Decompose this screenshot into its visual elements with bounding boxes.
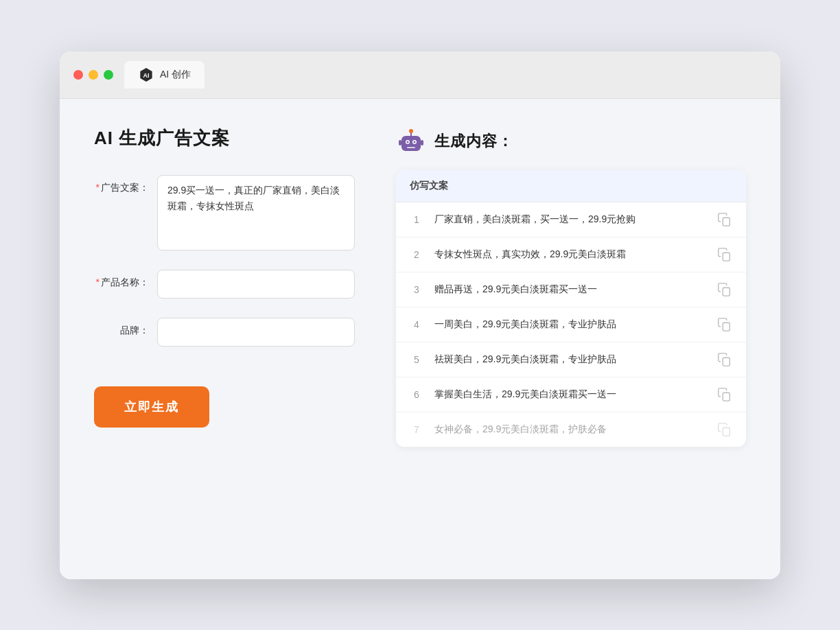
left-panel: AI 生成广告文案 *广告文案： 29.9买一送一，真正的厂家直销，美白淡斑霜，…	[94, 126, 355, 552]
right-panel: 生成内容： 仿写文案 1 厂家直销，美白淡斑霜，买一送一，29.9元抢购 2 专…	[396, 126, 746, 552]
result-row: 1 厂家直销，美白淡斑霜，买一送一，29.9元抢购	[396, 202, 746, 237]
row-number: 7	[410, 424, 423, 435]
main-content: AI 生成广告文案 *广告文案： 29.9买一送一，真正的厂家直销，美白淡斑霜，…	[60, 99, 780, 579]
results-rows: 1 厂家直销，美白淡斑霜，买一送一，29.9元抢购 2 专抹女性斑点，真实功效，…	[396, 202, 746, 447]
row-text: 赠品再送，29.9元美白淡斑霜买一送一	[434, 282, 706, 296]
result-row: 2 专抹女性斑点，真实功效，29.9元美白淡斑霜	[396, 237, 746, 272]
svg-rect-9	[399, 140, 401, 145]
svg-text:AI: AI	[143, 72, 150, 79]
svg-rect-13	[723, 288, 730, 296]
result-row: 5 祛斑美白，29.9元美白淡斑霜，专业护肤品	[396, 342, 746, 377]
results-title: 生成内容：	[434, 131, 513, 152]
result-row: 4 一周美白，29.9元美白淡斑霜，专业护肤品	[396, 307, 746, 342]
svg-point-4	[407, 141, 409, 143]
brand-input[interactable]: 好白	[157, 318, 355, 347]
required-star2: *	[96, 277, 100, 288]
svg-rect-14	[723, 323, 730, 331]
maximize-button[interactable]	[104, 70, 113, 80]
ad-copy-input[interactable]: 29.9买一送一，真正的厂家直销，美白淡斑霜，专抹女性斑点	[157, 175, 355, 250]
product-name-input[interactable]: 美白淡斑霜	[157, 270, 355, 299]
ad-copy-label: *广告文案：	[94, 175, 149, 194]
copy-icon[interactable]	[717, 317, 732, 332]
result-row: 6 掌握美白生活，29.9元美白淡斑霜买一送一	[396, 377, 746, 412]
row-number: 3	[410, 284, 423, 295]
svg-rect-15	[723, 358, 730, 366]
robot-icon	[396, 126, 426, 156]
svg-rect-16	[723, 393, 730, 401]
row-number: 1	[410, 214, 423, 225]
row-text: 厂家直销，美白淡斑霜，买一送一，29.9元抢购	[434, 212, 706, 226]
tab-label: AI 创作	[160, 69, 191, 81]
row-number: 5	[410, 354, 423, 365]
result-row: 7 女神必备，29.9元美白淡斑霜，护肤必备	[396, 412, 746, 447]
browser-window: AI AI 创作 AI 生成广告文案 *广告文案： 29.9买一送一，真正的厂家…	[60, 51, 780, 579]
copy-icon[interactable]	[717, 212, 732, 227]
results-table: 仿写文案 1 厂家直销，美白淡斑霜，买一送一，29.9元抢购 2 专抹女性斑点，…	[396, 170, 746, 447]
svg-rect-1	[401, 136, 421, 151]
copy-icon[interactable]	[717, 387, 732, 402]
submit-button[interactable]: 立即生成	[94, 386, 209, 428]
svg-rect-6	[407, 147, 415, 148]
svg-point-5	[414, 141, 416, 143]
product-name-group: *产品名称： 美白淡斑霜	[94, 270, 355, 299]
svg-rect-17	[723, 428, 730, 436]
row-text: 专抹女性斑点，真实功效，29.9元美白淡斑霜	[434, 247, 706, 261]
title-bar: AI AI 创作	[60, 51, 780, 99]
brand-label: 品牌：	[94, 318, 149, 337]
right-header: 生成内容：	[396, 126, 746, 156]
brand-group: 品牌： 好白	[94, 318, 355, 347]
page-title: AI 生成广告文案	[94, 126, 355, 150]
svg-rect-11	[723, 218, 730, 226]
minimize-button[interactable]	[89, 70, 98, 80]
row-text: 祛斑美白，29.9元美白淡斑霜，专业护肤品	[434, 352, 706, 366]
ai-icon: AI	[138, 67, 154, 83]
copy-icon[interactable]	[717, 247, 732, 262]
result-row: 3 赠品再送，29.9元美白淡斑霜买一送一	[396, 272, 746, 307]
row-text: 一周美白，29.9元美白淡斑霜，专业护肤品	[434, 317, 706, 331]
close-button[interactable]	[73, 70, 83, 80]
results-column-header: 仿写文案	[396, 170, 746, 202]
svg-rect-12	[723, 253, 730, 261]
copy-icon[interactable]	[717, 352, 732, 367]
svg-rect-10	[421, 140, 423, 145]
tab-ai[interactable]: AI AI 创作	[124, 61, 205, 89]
traffic-lights	[73, 70, 113, 80]
required-star: *	[96, 182, 100, 193]
product-name-label: *产品名称：	[94, 270, 149, 289]
copy-icon[interactable]	[717, 422, 732, 437]
row-number: 4	[410, 319, 423, 330]
row-text: 掌握美白生活，29.9元美白淡斑霜买一送一	[434, 387, 706, 401]
ad-copy-group: *广告文案： 29.9买一送一，真正的厂家直销，美白淡斑霜，专抹女性斑点	[94, 175, 355, 250]
copy-icon[interactable]	[717, 282, 732, 297]
row-number: 2	[410, 249, 423, 260]
row-text: 女神必备，29.9元美白淡斑霜，护肤必备	[434, 422, 706, 436]
svg-point-8	[409, 129, 413, 133]
row-number: 6	[410, 389, 423, 400]
